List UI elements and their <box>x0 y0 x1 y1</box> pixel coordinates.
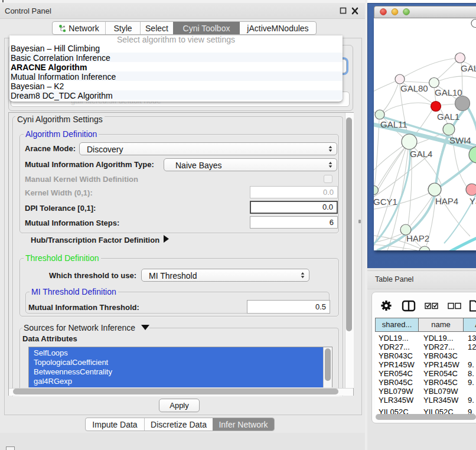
svg-text:GAL11: GAL11 <box>380 119 407 129</box>
svg-text:GAL1: GAL1 <box>437 112 459 122</box>
svg-text:HAP4: HAP4 <box>435 196 458 206</box>
svg-text:GAL80: GAL80 <box>400 83 428 93</box>
svg-text:GCY1: GCY1 <box>374 197 397 207</box>
svg-text:SWI4: SWI4 <box>449 135 471 145</box>
svg-text:YJ: YJ <box>470 196 476 206</box>
svg-text:GAL10: GAL10 <box>435 87 462 97</box>
svg-text:GAL4: GAL4 <box>410 149 432 159</box>
svg-text:HAP2: HAP2 <box>406 233 429 243</box>
svg-text:GAL7: GAL7 <box>461 63 476 73</box>
